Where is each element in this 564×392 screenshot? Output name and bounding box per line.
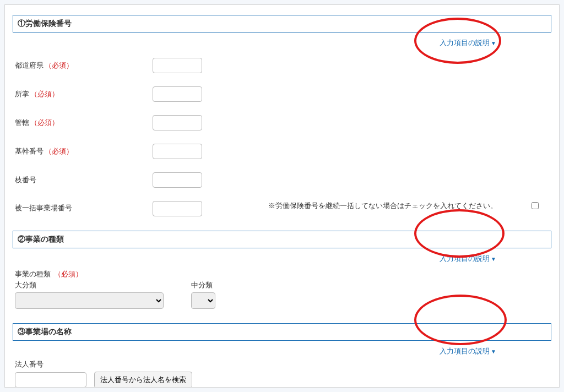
required-mark: （必須） (30, 89, 59, 99)
label-branch-number: 枝番号 (15, 175, 36, 185)
chevron-down-icon: ▼ (491, 349, 496, 355)
input-branch-number[interactable] (153, 172, 202, 188)
label-grouped-number: 被一括事業場番号 (15, 203, 72, 213)
row-grouped-number: 被一括事業場番号 ※労働保険番号を継続一括してない場合はチェックを入れてください… (13, 194, 551, 223)
section3-title: ③事業場の名称 (18, 327, 72, 336)
label-major-category: 大分類 (15, 280, 164, 290)
section1-help-link[interactable]: 入力項目の説明▼ (440, 39, 496, 47)
select-middle-category[interactable] (191, 292, 215, 309)
form-scroll-area[interactable]: ①労働保険番号 入力項目の説明▼ 都道府県 （必須） 所掌 （必須） 管轄 (4, 4, 560, 388)
label-jurisdiction: 所掌 (15, 89, 29, 99)
label-business-type: 事業の種類 (15, 270, 51, 278)
section2-header: ②事業の種類 (13, 231, 551, 248)
input-prefecture[interactable] (153, 58, 202, 73)
row-jurisdiction: 所掌 （必須） (13, 80, 551, 108)
row-jurisdiction-office: 管轄 （必須） (13, 108, 551, 137)
input-grouped-number[interactable] (153, 201, 202, 216)
label-corp-number: 法人番号 (15, 360, 44, 368)
chevron-down-icon: ▼ (491, 256, 496, 262)
grouped-number-note: ※労働保険番号を継続一括してない場合はチェックを入れてください。 (268, 201, 515, 211)
section2-help-link[interactable]: 入力項目の説明▼ (440, 254, 496, 263)
select-major-category[interactable] (15, 292, 164, 309)
input-base-number[interactable] (153, 144, 202, 159)
search-by-number-button[interactable]: 法人番号から法人名を検索 (94, 372, 192, 388)
section1-header: ①労働保険番号 (13, 15, 551, 32)
section3-header: ③事業場の名称 (13, 323, 551, 341)
row-base-number: 基幹番号 （必須） (13, 137, 551, 166)
required-mark: （必須） (45, 146, 73, 156)
section2-title: ②事業の種類 (18, 235, 64, 243)
label-base-number: 基幹番号 (15, 146, 44, 156)
label-middle-category: 中分類 (191, 280, 215, 290)
input-corp-number[interactable] (15, 372, 86, 388)
label-prefecture: 都道府県 (15, 61, 44, 70)
section3-help-link[interactable]: 入力項目の説明▼ (440, 347, 496, 355)
required-mark: （必須） (54, 270, 83, 278)
label-jurisdiction-office: 管轄 (15, 118, 29, 128)
required-mark: （必須） (45, 61, 73, 70)
input-jurisdiction-office[interactable] (153, 115, 202, 130)
chevron-down-icon: ▼ (491, 40, 496, 46)
section1-title: ①労働保険番号 (18, 19, 72, 28)
row-branch-number: 枝番号 (13, 166, 551, 194)
required-mark: （必須） (30, 118, 59, 128)
row-prefecture: 都道府県 （必須） (13, 51, 551, 80)
input-jurisdiction[interactable] (153, 86, 202, 102)
grouped-number-checkbox[interactable] (532, 202, 539, 209)
